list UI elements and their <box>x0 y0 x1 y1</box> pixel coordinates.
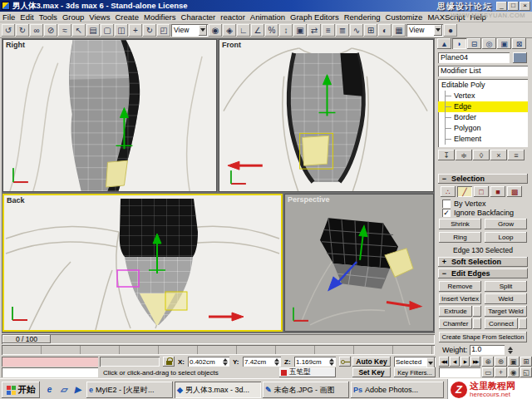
show-end-result-icon[interactable]: ≑ <box>456 150 472 160</box>
move-gizmo-x-axis[interactable] <box>228 161 263 170</box>
menu-create[interactable]: Create <box>112 12 141 22</box>
configure-modifier-sets-icon[interactable]: ≡ <box>508 150 525 160</box>
ime-toolbar[interactable]: 五笔型 <box>279 367 336 377</box>
go-to-end-icon[interactable]: ▶▶ <box>470 357 480 367</box>
arc-rotate-icon[interactable]: ◉ <box>508 367 520 377</box>
viewport-perspective[interactable]: Perspective <box>284 194 434 332</box>
key-filters-button[interactable]: Key Filters... <box>394 367 436 377</box>
set-key-button[interactable]: Set Key <box>352 367 391 377</box>
viewport-label-front[interactable]: Front <box>222 41 241 49</box>
tab-create-icon[interactable]: ▲ <box>437 38 451 49</box>
x-coord-field[interactable]: 0.402cm <box>188 357 229 367</box>
menu-edit[interactable]: Edit <box>17 12 36 22</box>
bind-to-space-warp-icon[interactable]: ≈ <box>58 24 71 37</box>
weld-button[interactable]: Weld <box>485 293 527 304</box>
connect-settings-button[interactable] <box>519 318 527 329</box>
zoom-all-icon[interactable]: ⊛ <box>495 357 506 367</box>
ring-button[interactable]: Ring <box>439 232 481 243</box>
z-spinner[interactable] <box>329 358 334 366</box>
torso-mesh[interactable] <box>69 40 140 191</box>
tab-motion-icon[interactable]: ◎ <box>482 38 496 49</box>
auto-key-button[interactable]: Auto Key <box>352 357 391 367</box>
media-player-icon[interactable]: ▶ <box>71 382 84 396</box>
grow-button[interactable]: Grow <box>485 219 527 229</box>
stack-item-edge-selected[interactable]: Edge <box>438 101 528 112</box>
create-shape-from-selection-button[interactable]: Create Shape From Selection <box>439 332 527 342</box>
chamfer-button[interactable]: Chamfer <box>439 318 472 329</box>
maximize-button[interactable]: □ <box>508 2 519 11</box>
track-bar[interactable] <box>2 345 435 355</box>
object-name-field[interactable]: Plane04 <box>438 52 510 63</box>
percent-snap-icon[interactable]: % <box>265 24 278 37</box>
layer-manager-icon[interactable]: ≣ <box>336 24 349 37</box>
menu-modifiers[interactable]: Modifiers <box>141 12 179 22</box>
move-gizmo-x-axis[interactable] <box>209 313 244 321</box>
stack-item-editable-poly[interactable]: Editable Poly <box>438 80 528 91</box>
border-subobject-icon[interactable]: □ <box>474 186 489 197</box>
select-by-name-icon[interactable]: ▤ <box>86 24 100 37</box>
menu-customize[interactable]: Customize <box>383 12 426 22</box>
pan-icon[interactable]: + <box>495 367 506 377</box>
extrude-button[interactable]: Extrude <box>439 306 472 317</box>
render-type-dropdown[interactable]: View <box>406 24 443 37</box>
menu-animation[interactable]: Animation <box>248 12 288 22</box>
menu-group[interactable]: Group <box>60 12 86 22</box>
soft-selection-rollout-header[interactable]: + Soft Selection <box>438 257 528 267</box>
select-and-scale-icon[interactable]: ◰ <box>157 24 170 37</box>
ie-icon[interactable]: e <box>43 382 56 396</box>
named-selection-sets-icon[interactable]: ▣ <box>293 24 307 37</box>
polygon-subobject-icon[interactable]: ■ <box>490 186 505 197</box>
stack-item-element[interactable]: Element <box>438 134 528 145</box>
schematic-view-icon[interactable]: ⊞ <box>364 24 377 37</box>
window-crossing-icon[interactable]: ◫ <box>115 24 128 37</box>
rectangular-selection-region-icon[interactable]: ▢ <box>101 24 114 37</box>
tab-modify-icon[interactable]: ◗ <box>452 38 466 49</box>
make-unique-icon[interactable]: ◊ <box>473 150 490 160</box>
selection-set-dropdown[interactable]: Selected <box>394 357 436 367</box>
region-zoom-icon[interactable]: ▭ <box>482 367 494 377</box>
redo-icon[interactable]: ↻ <box>16 24 29 37</box>
stack-item-vertex[interactable]: Vertex <box>438 91 528 101</box>
snaps-toggle-icon[interactable]: ∟ <box>237 24 250 37</box>
time-slider-handle[interactable]: 0 / 100 <box>2 335 51 343</box>
unlink-selection-icon[interactable]: ⊘ <box>44 24 57 37</box>
y-spinner[interactable] <box>274 358 279 366</box>
shrink-button[interactable]: Shrink <box>439 219 481 229</box>
target-weld-button[interactable]: Target Weld <box>485 306 527 317</box>
task-photoshop[interactable]: Ps Adobe Photos... <box>351 382 444 398</box>
stack-item-border[interactable]: Border <box>438 112 528 123</box>
menu-character[interactable]: Character <box>179 12 219 22</box>
viewport-front[interactable]: Front <box>219 39 434 192</box>
menu-reactor[interactable]: reactor <box>218 12 248 22</box>
start-button[interactable]: 开始 <box>2 382 40 398</box>
previous-frame-icon[interactable]: ◀ <box>450 357 460 367</box>
undo-icon[interactable]: ↺ <box>2 24 15 37</box>
vertex-subobject-icon[interactable]: ∴ <box>441 186 456 197</box>
zoom-extents-all-icon[interactable]: ⊞ <box>520 357 532 367</box>
select-and-move-icon[interactable]: + <box>129 24 142 37</box>
y-coord-field[interactable]: 7.42cm <box>243 357 281 367</box>
play-animation-icon[interactable]: ▶ <box>461 357 470 367</box>
split-button[interactable]: Split <box>485 281 527 292</box>
loop-button[interactable]: Loop <box>485 232 527 243</box>
connect-button[interactable]: Connect <box>485 318 518 329</box>
select-object-icon[interactable]: ↖ <box>72 24 86 37</box>
edit-edges-rollout-header[interactable]: − Edit Edges <box>438 268 528 278</box>
remove-modifier-icon[interactable]: × <box>490 150 507 160</box>
weight-input[interactable]: 1.0 <box>470 345 505 355</box>
viewport-label-right[interactable]: Right <box>6 41 25 49</box>
select-and-rotate-icon[interactable]: ↻ <box>143 24 156 37</box>
pin-stack-icon[interactable]: ↧ <box>438 150 455 160</box>
modifier-list-dropdown[interactable]: Modifier List <box>438 66 528 76</box>
zoom-icon[interactable]: ⊕ <box>482 357 494 367</box>
extrude-settings-button[interactable] <box>473 306 481 317</box>
current-frame-field[interactable] <box>439 367 480 377</box>
zoom-extents-icon[interactable]: ▣ <box>508 357 520 367</box>
selection-rollout-header[interactable]: − Selection <box>438 174 528 184</box>
select-and-link-icon[interactable]: ∞ <box>30 24 43 37</box>
quick-render-icon[interactable]: ● <box>444 24 457 37</box>
menu-graph-editors[interactable]: Graph Editors <box>288 12 342 22</box>
set-keys-button[interactable] <box>339 357 351 367</box>
viewport-right[interactable]: Right <box>2 39 217 192</box>
curve-editor-icon[interactable]: ∿ <box>350 24 363 37</box>
